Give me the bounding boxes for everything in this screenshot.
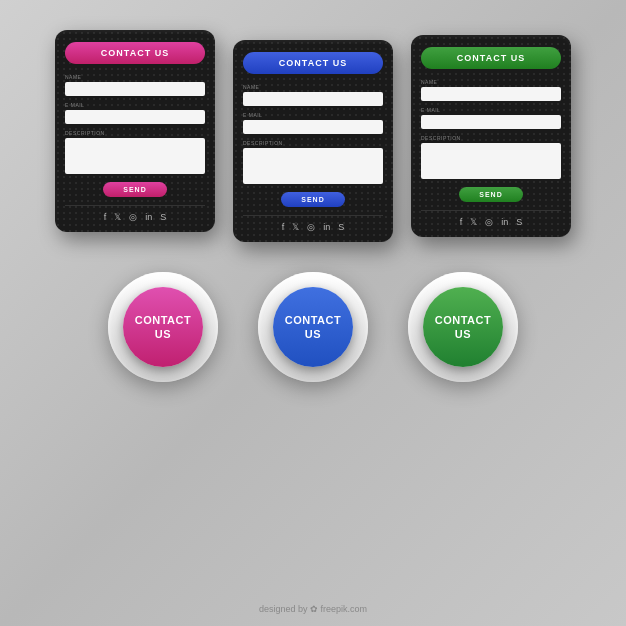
facebook-icon[interactable]: f <box>104 212 107 222</box>
linkedin-icon-3[interactable]: in <box>501 217 508 227</box>
form-group-email-2: E MAIL <box>243 112 383 134</box>
form-group-desc-2: DESCRIPTION <box>243 140 383 184</box>
skype-icon-2[interactable]: S <box>338 222 344 232</box>
circle-wrapper-blue[interactable]: CONTACTUS <box>258 272 368 382</box>
input-name-2[interactable] <box>243 92 383 106</box>
form-group-email-3: E MAIL <box>421 107 561 129</box>
circles-section: CONTACTUS CONTACTUS CONTACTUS <box>108 272 518 382</box>
form-group-name-2: NAME <box>243 84 383 106</box>
social-icons-1: f 𝕏 ◎ in S <box>65 205 205 222</box>
social-icons-3: f 𝕏 ◎ in S <box>421 210 561 227</box>
header-button-blue[interactable]: CONTACT US <box>243 52 383 74</box>
instagram-icon-2[interactable]: ◎ <box>307 222 315 232</box>
input-email-1[interactable] <box>65 110 205 124</box>
linkedin-icon[interactable]: in <box>145 212 152 222</box>
skype-icon[interactable]: S <box>160 212 166 222</box>
instagram-icon-3[interactable]: ◎ <box>485 217 493 227</box>
instagram-icon[interactable]: ◎ <box>129 212 137 222</box>
contact-card-pink: CONTACT US NAME E MAIL DESCRIPTION SEND … <box>55 30 215 232</box>
watermark: designed by ✿ freepik.com <box>259 604 367 614</box>
linkedin-icon-2[interactable]: in <box>323 222 330 232</box>
label-desc-1: DESCRIPTION <box>65 130 205 136</box>
send-button-pink[interactable]: SEND <box>103 182 166 197</box>
form-group-email-1: E MAIL <box>65 102 205 124</box>
twitter-icon-3[interactable]: 𝕏 <box>470 217 477 227</box>
circle-button-blue[interactable]: CONTACTUS <box>273 287 353 367</box>
social-icons-2: f 𝕏 ◎ in S <box>243 215 383 232</box>
send-button-blue[interactable]: SEND <box>281 192 344 207</box>
circle-button-green[interactable]: CONTACTUS <box>423 287 503 367</box>
form-group-name-3: NAME <box>421 79 561 101</box>
label-desc-2: DESCRIPTION <box>243 140 383 146</box>
twitter-icon[interactable]: 𝕏 <box>114 212 121 222</box>
facebook-icon-3[interactable]: f <box>460 217 463 227</box>
label-name-1: NAME <box>65 74 205 80</box>
input-desc-3[interactable] <box>421 143 561 179</box>
label-desc-3: DESCRIPTION <box>421 135 561 141</box>
input-name-1[interactable] <box>65 82 205 96</box>
header-button-green[interactable]: CONTACT US <box>421 47 561 69</box>
circle-wrapper-green[interactable]: CONTACTUS <box>408 272 518 382</box>
form-group-desc-1: DESCRIPTION <box>65 130 205 174</box>
skype-icon-3[interactable]: S <box>516 217 522 227</box>
circle-wrapper-pink[interactable]: CONTACTUS <box>108 272 218 382</box>
header-button-pink[interactable]: CONTACT US <box>65 42 205 64</box>
contact-card-green: CONTACT US NAME E MAIL DESCRIPTION SEND … <box>411 35 571 237</box>
label-email-3: E MAIL <box>421 107 561 113</box>
label-email-2: E MAIL <box>243 112 383 118</box>
input-email-3[interactable] <box>421 115 561 129</box>
input-email-2[interactable] <box>243 120 383 134</box>
facebook-icon-2[interactable]: f <box>282 222 285 232</box>
form-group-name-1: NAME <box>65 74 205 96</box>
input-desc-1[interactable] <box>65 138 205 174</box>
send-button-green[interactable]: SEND <box>459 187 522 202</box>
input-name-3[interactable] <box>421 87 561 101</box>
form-group-desc-3: DESCRIPTION <box>421 135 561 179</box>
input-desc-2[interactable] <box>243 148 383 184</box>
circle-button-pink[interactable]: CONTACTUS <box>123 287 203 367</box>
label-email-1: E MAIL <box>65 102 205 108</box>
twitter-icon-2[interactable]: 𝕏 <box>292 222 299 232</box>
contact-card-blue: CONTACT US NAME E MAIL DESCRIPTION SEND … <box>233 40 393 242</box>
label-name-2: NAME <box>243 84 383 90</box>
cards-section: CONTACT US NAME E MAIL DESCRIPTION SEND … <box>55 30 571 242</box>
label-name-3: NAME <box>421 79 561 85</box>
